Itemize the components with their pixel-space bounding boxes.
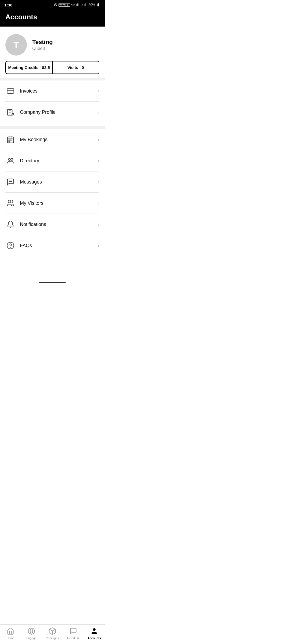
status-time: 1:38	[4, 3, 12, 7]
signal2-icon	[84, 3, 88, 7]
home-indicator	[0, 280, 105, 283]
menu-item-my-bookings[interactable]: My Bookings ›	[5, 129, 99, 150]
profile-company: Cube8	[32, 46, 53, 51]
directory-label: Directory	[20, 158, 98, 164]
page-title: Accounts	[5, 13, 37, 21]
messages-chevron: ›	[98, 179, 99, 185]
signal-r: R	[81, 3, 83, 6]
account-menu-section: Invoices › Company Profile ›	[0, 80, 105, 123]
profile-name: Testing	[32, 39, 53, 46]
svg-point-15	[11, 158, 13, 160]
my-bookings-label: My Bookings	[20, 137, 98, 142]
svg-point-18	[11, 181, 12, 182]
svg-point-20	[7, 242, 14, 249]
svg-rect-11	[9, 140, 10, 141]
invoices-label: Invoices	[20, 88, 98, 94]
credits-bar: Meeting Credits - 82.5 Visits - 0	[5, 61, 99, 74]
directory-icon	[5, 156, 16, 166]
bookings-icon	[5, 134, 16, 145]
company-profile-label: Company Profile	[20, 109, 98, 115]
svg-point-19	[8, 200, 11, 203]
visits-button[interactable]: Visits - 0	[53, 61, 99, 74]
messages-label: Messages	[20, 179, 98, 185]
notifications-label: Notifications	[20, 222, 98, 227]
svg-point-17	[10, 181, 11, 182]
signal-icon	[76, 3, 80, 7]
avatar: T	[5, 34, 27, 56]
my-bookings-chevron: ›	[98, 137, 99, 142]
status-icons: VoWiFi2 R 30%	[54, 3, 101, 7]
header: Accounts	[0, 10, 105, 27]
wifi-icon	[71, 3, 75, 7]
menu-item-directory[interactable]: Directory ›	[5, 150, 99, 171]
home-indicator-bar	[39, 282, 66, 283]
menu-item-invoices[interactable]: Invoices ›	[5, 80, 99, 102]
my-visitors-label: My Visitors	[20, 200, 98, 206]
messages-icon	[5, 177, 16, 187]
menu-item-faqs[interactable]: FAQs ›	[5, 235, 99, 256]
section-divider-2	[0, 126, 105, 129]
notifications-chevron: ›	[98, 222, 99, 227]
svg-rect-12	[10, 140, 11, 141]
profile-section: T Testing Cube8	[0, 27, 105, 61]
invoices-chevron: ›	[98, 88, 99, 94]
svg-point-14	[9, 158, 11, 160]
status-bar: 1:38 VoWiFi2 R 30%	[0, 0, 105, 10]
faqs-label: FAQs	[20, 243, 98, 248]
battery-text: 30%	[89, 3, 95, 7]
faqs-icon	[5, 240, 16, 251]
svg-point-16	[9, 181, 10, 182]
menu-item-company-profile[interactable]: Company Profile ›	[5, 102, 99, 123]
section-divider-1	[0, 78, 105, 80]
menu-item-messages[interactable]: Messages ›	[5, 171, 99, 193]
company-profile-chevron: ›	[98, 109, 99, 115]
notifications-icon	[5, 219, 16, 229]
meeting-credits-button[interactable]: Meeting Credits - 82.5	[6, 61, 53, 74]
profile-info: Testing Cube8	[32, 39, 53, 51]
main-menu-section: My Bookings › Directory › Messages	[0, 129, 105, 256]
faqs-chevron: ›	[98, 243, 99, 248]
alarm-icon	[54, 3, 57, 7]
wifi-label: VoWiFi2	[59, 3, 70, 7]
credit-card-icon	[5, 86, 16, 96]
company-profile-icon	[5, 107, 16, 117]
battery-icon	[96, 3, 100, 7]
svg-rect-13	[9, 141, 10, 142]
svg-rect-0	[7, 89, 14, 93]
visitors-icon	[5, 198, 16, 208]
my-visitors-chevron: ›	[98, 200, 99, 206]
directory-chevron: ›	[98, 158, 99, 164]
menu-item-my-visitors[interactable]: My Visitors ›	[5, 193, 99, 214]
bottom-spacer	[0, 256, 105, 280]
menu-item-notifications[interactable]: Notifications ›	[5, 214, 99, 235]
